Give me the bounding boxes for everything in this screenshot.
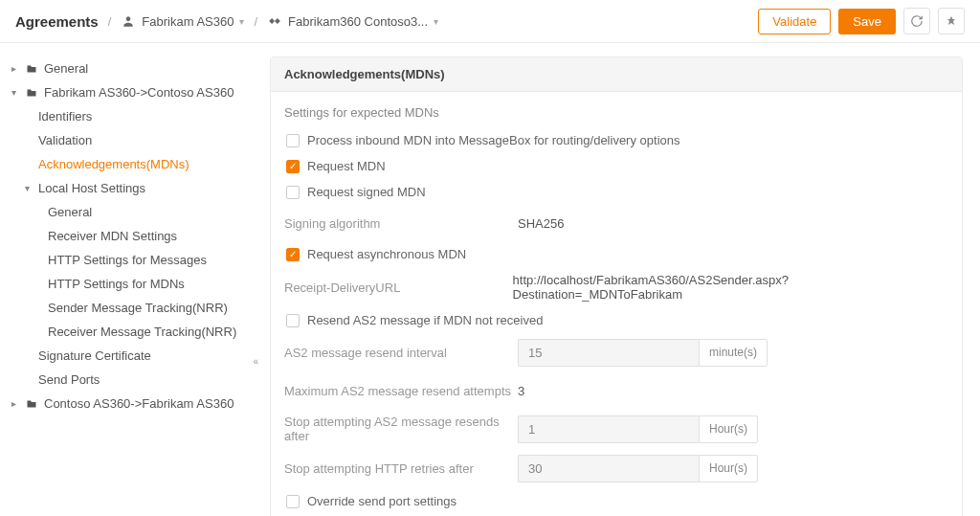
breadcrumb-separator: /	[254, 14, 257, 29]
row-max-resend: Maximum AS2 message resend attempts 3	[284, 378, 948, 403]
cb-row-request-async[interactable]: ✓ Request asynchronous MDN	[284, 247, 948, 261]
validate-button[interactable]: Validate	[758, 9, 831, 34]
breadcrumb-separator: /	[108, 14, 112, 29]
folder-icon	[25, 398, 38, 410]
panel-body: Settings for expected MDNs Process inbou…	[271, 92, 962, 516]
checkbox-request-mdn-label: Request MDN	[307, 159, 386, 173]
checkbox-resend[interactable]	[286, 314, 300, 327]
label-resend-interval: AS2 message resend interval	[284, 346, 518, 360]
sidebar-item-label: Local Host Settings	[38, 181, 145, 195]
pin-button[interactable]	[938, 8, 965, 34]
breadcrumb-partner-label: Fabrikam AS360	[142, 14, 234, 29]
sidebar-item-6[interactable]: General	[8, 200, 245, 224]
value-receipt-url: http://localhost/FabrikamAS360/AS2Sender…	[513, 273, 948, 302]
sidebar-item-14[interactable]: ▸Contoso AS360->Fabrikam AS360	[8, 392, 245, 415]
row-stop-as2: Stop attempting AS2 message resends afte…	[284, 415, 948, 443]
sidebar-item-2[interactable]: Identifiers	[8, 104, 245, 128]
collapse-handle[interactable]: «	[253, 356, 258, 367]
breadcrumb: Agreements / Fabrikam AS360 ▾ / Fabrikam…	[15, 13, 758, 30]
handshake-icon	[267, 14, 282, 28]
sidebar-item-label: Receiver MDN Settings	[48, 229, 177, 243]
sidebar-item-label: Acknowledgements(MDNs)	[38, 157, 189, 171]
sidebar-item-label: HTTP Settings for Messages	[48, 253, 207, 267]
sidebar-item-label: Identifiers	[38, 109, 92, 123]
caret-down-icon: ▾	[25, 183, 36, 193]
breadcrumb-partner[interactable]: Fabrikam AS360 ▾	[121, 14, 244, 29]
checkbox-process[interactable]	[286, 134, 300, 147]
ack-panel: Acknowledgements(MDNs) Settings for expe…	[270, 56, 963, 516]
refresh-button[interactable]	[903, 8, 930, 34]
cb-row-resend[interactable]: Resend AS2 message if MDN not received	[284, 313, 948, 327]
value-sign-alg: SHA256	[518, 216, 564, 231]
sidebar-item-label: Receiver Message Tracking(NRR)	[48, 325, 236, 339]
sidebar: « ▸General▾Fabrikam AS360->Contoso AS360…	[0, 43, 253, 516]
folder-icon	[25, 87, 38, 99]
unit-hours: Hour(s)	[699, 415, 758, 443]
sidebar-item-5[interactable]: ▾Local Host Settings	[8, 176, 245, 200]
input-stop-as2[interactable]: Hour(s)	[518, 415, 736, 443]
checkbox-process-label: Process inbound MDN into MessageBox for …	[307, 133, 679, 147]
sidebar-item-1[interactable]: ▾Fabrikam AS360->Contoso AS360	[8, 80, 245, 104]
pin-icon	[946, 14, 957, 28]
body: « ▸General▾Fabrikam AS360->Contoso AS360…	[0, 43, 980, 516]
save-button[interactable]: Save	[838, 9, 896, 34]
sidebar-item-label: Contoso AS360->Fabrikam AS360	[44, 396, 234, 411]
sidebar-item-0[interactable]: ▸General	[8, 56, 245, 80]
sidebar-item-13[interactable]: Send Ports	[8, 368, 245, 392]
label-max-resend: Maximum AS2 message resend attempts	[284, 384, 518, 398]
sidebar-item-9[interactable]: HTTP Settings for MDNs	[8, 272, 245, 296]
input-stop-http[interactable]: Hour(s)	[518, 455, 736, 482]
checkbox-request-signed[interactable]	[286, 186, 300, 199]
refresh-icon	[910, 14, 924, 28]
folder-icon	[25, 63, 38, 75]
value-max-resend: 3	[518, 384, 524, 398]
sidebar-item-label: HTTP Settings for MDNs	[48, 277, 185, 291]
sidebar-item-label: Send Ports	[38, 372, 100, 387]
section-subtitle: Settings for expected MDNs	[284, 105, 948, 120]
main: Acknowledgements(MDNs) Settings for expe…	[253, 43, 980, 516]
panel-title: Acknowledgements(MDNs)	[271, 57, 962, 92]
sidebar-item-11[interactable]: Receiver Message Tracking(NRR)	[8, 320, 245, 344]
cb-row-process[interactable]: Process inbound MDN into MessageBox for …	[284, 133, 948, 147]
stop-as2-field[interactable]	[518, 415, 699, 443]
label-sign-alg: Signing algorithm	[284, 216, 518, 231]
checkbox-request-mdn[interactable]: ✓	[286, 160, 300, 173]
sidebar-item-3[interactable]: Validation	[8, 128, 245, 152]
stop-http-field[interactable]	[518, 455, 699, 482]
row-sign-alg: Signing algorithm SHA256	[284, 211, 948, 236]
breadcrumb-agreement[interactable]: Fabrikam360 Contoso3... ▾	[267, 14, 438, 29]
caret-right-icon: ▸	[11, 63, 23, 74]
checkbox-resend-label: Resend AS2 message if MDN not received	[307, 313, 543, 327]
users-icon	[121, 14, 136, 28]
sidebar-item-label: Validation	[38, 133, 92, 147]
sidebar-item-10[interactable]: Sender Message Tracking(NRR)	[8, 296, 245, 320]
chevron-down-icon: ▾	[239, 16, 244, 27]
header-actions: Validate Save	[758, 8, 965, 34]
label-stop-http: Stop attempting HTTP retries after	[284, 461, 518, 476]
resend-interval-field[interactable]	[518, 339, 699, 367]
sidebar-item-4[interactable]: Acknowledgements(MDNs)	[8, 152, 245, 176]
input-resend-interval[interactable]: minute(s)	[518, 339, 736, 367]
sidebar-item-12[interactable]: Signature Certificate	[8, 344, 245, 368]
sidebar-item-label: General	[44, 61, 88, 76]
checkbox-request-signed-label: Request signed MDN	[307, 185, 426, 199]
unit-hours2: Hour(s)	[699, 455, 758, 482]
sidebar-item-label: General	[48, 205, 92, 219]
header: Agreements / Fabrikam AS360 ▾ / Fabrikam…	[0, 0, 980, 43]
row-receipt-url: Receipt-DeliveryURL http://localhost/Fab…	[284, 273, 948, 302]
cb-row-override[interactable]: Override send port settings	[284, 494, 948, 508]
checkbox-override[interactable]	[286, 495, 300, 508]
cb-row-request-mdn[interactable]: ✓ Request MDN	[284, 159, 948, 173]
sidebar-item-7[interactable]: Receiver MDN Settings	[8, 224, 245, 248]
checkbox-override-label: Override send port settings	[307, 494, 457, 508]
cb-row-request-signed[interactable]: Request signed MDN	[284, 185, 948, 199]
label-stop-as2: Stop attempting AS2 message resends afte…	[284, 415, 518, 443]
breadcrumb-agreement-label: Fabrikam360 Contoso3...	[288, 14, 428, 29]
caret-right-icon: ▸	[11, 398, 23, 409]
sidebar-item-label: Fabrikam AS360->Contoso AS360	[44, 85, 234, 100]
chevron-down-icon: ▾	[434, 16, 438, 27]
checkbox-request-async[interactable]: ✓	[286, 248, 300, 261]
caret-down-icon: ▾	[11, 87, 23, 98]
unit-minutes: minute(s)	[699, 339, 768, 367]
sidebar-item-8[interactable]: HTTP Settings for Messages	[8, 248, 245, 272]
